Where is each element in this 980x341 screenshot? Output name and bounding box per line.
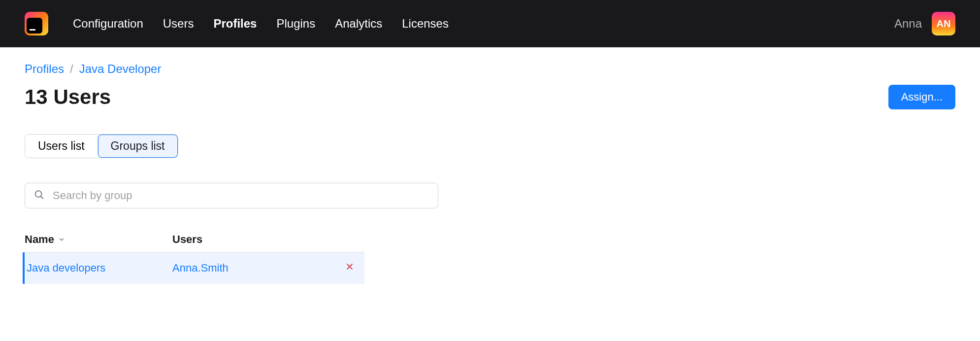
app-header: Configuration Users Profiles Plugins Ana… bbox=[0, 0, 980, 47]
avatar[interactable]: AN bbox=[932, 12, 955, 35]
remove-icon[interactable] bbox=[345, 262, 355, 274]
app-logo[interactable] bbox=[25, 12, 48, 35]
search-icon bbox=[33, 189, 44, 203]
list-tabs: Users list Groups list bbox=[25, 134, 178, 158]
search-input[interactable] bbox=[25, 183, 438, 208]
group-users-cell[interactable]: Anna.Smith bbox=[172, 262, 335, 274]
breadcrumb-current[interactable]: Java Developer bbox=[79, 62, 162, 76]
assign-button[interactable]: Assign... bbox=[888, 85, 955, 109]
nav-configuration[interactable]: Configuration bbox=[73, 17, 143, 31]
nav-analytics[interactable]: Analytics bbox=[335, 17, 382, 31]
tab-users-list[interactable]: Users list bbox=[25, 135, 98, 158]
header-right: Anna AN bbox=[894, 12, 955, 35]
column-users[interactable]: Users bbox=[172, 233, 364, 246]
breadcrumb-profiles[interactable]: Profiles bbox=[25, 62, 64, 76]
groups-table: Name Users Java developers Anna.Smith bbox=[25, 233, 364, 284]
group-name-cell[interactable]: Java developers bbox=[25, 262, 172, 274]
nav-users[interactable]: Users bbox=[163, 17, 194, 31]
current-user-name[interactable]: Anna bbox=[894, 17, 922, 31]
nav-licenses[interactable]: Licenses bbox=[402, 17, 449, 31]
main-content: Profiles / Java Developer 13 Users Assig… bbox=[0, 47, 980, 299]
header-left: Configuration Users Profiles Plugins Ana… bbox=[25, 12, 449, 35]
title-row: 13 Users Assign... bbox=[25, 85, 955, 109]
nav-profiles[interactable]: Profiles bbox=[213, 17, 257, 31]
table-header: Name Users bbox=[25, 233, 364, 252]
column-name[interactable]: Name bbox=[25, 233, 172, 246]
tab-groups-list[interactable]: Groups list bbox=[98, 135, 178, 158]
svg-line-1 bbox=[41, 196, 43, 198]
column-users-label: Users bbox=[172, 233, 202, 246]
row-action-cell bbox=[335, 262, 364, 274]
main-nav: Configuration Users Profiles Plugins Ana… bbox=[73, 17, 449, 31]
page-title: 13 Users bbox=[25, 85, 111, 109]
nav-plugins[interactable]: Plugins bbox=[276, 17, 315, 31]
chevron-down-icon bbox=[58, 233, 65, 246]
column-name-label: Name bbox=[25, 233, 54, 246]
search-wrapper bbox=[25, 183, 438, 208]
breadcrumb-separator: / bbox=[70, 62, 73, 76]
breadcrumb: Profiles / Java Developer bbox=[25, 62, 955, 76]
table-row[interactable]: Java developers Anna.Smith bbox=[23, 252, 364, 284]
